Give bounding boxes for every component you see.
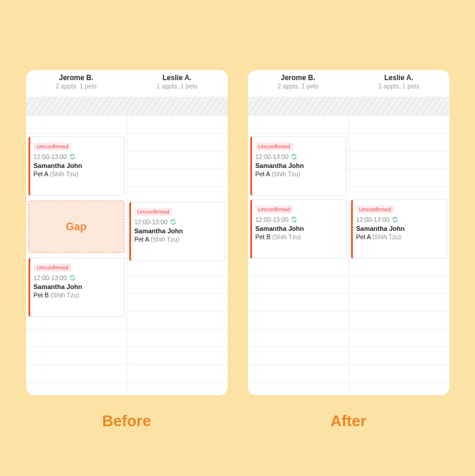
staff-name: Jerome B. bbox=[248, 74, 349, 82]
staff-subtext: 1 appts, 1 pets bbox=[127, 82, 228, 90]
status-badge: Unconfirmed bbox=[34, 142, 72, 151]
status-badge: Unconfirmed bbox=[135, 208, 173, 216]
staff-subtext: 2 appts, 1 pets bbox=[248, 82, 349, 90]
column-headers: Jerome B. 2 appts, 1 pets Leslie A. 1 ap… bbox=[26, 70, 228, 97]
gap-indicator: Gap bbox=[28, 201, 125, 253]
column-header-jerome: Jerome B. 2 appts, 1 pets bbox=[248, 70, 349, 97]
pet-breed: (Shih Tzu) bbox=[272, 233, 301, 240]
pet-breed: (Shih Tzu) bbox=[50, 291, 79, 299]
appointment-time: 12:00-13:00 bbox=[34, 274, 67, 281]
appointment-time: 12:00-13:00 bbox=[135, 218, 168, 226]
column-headers: Jerome B. 2 appts, 1 pets Leslie A. 1 ap… bbox=[248, 70, 450, 97]
panel-before: Jerome B. 2 appts, 1 pets Leslie A. 1 ap… bbox=[26, 70, 228, 395]
customer-name: Samantha John bbox=[135, 227, 221, 234]
recurring-icon bbox=[170, 219, 176, 225]
appointment-card[interactable]: Unconfirmed 12:00-13:00 Samantha John Pe… bbox=[351, 199, 447, 259]
panel-after: Jerome B. 2 appts, 1 pets Leslie A. 1 ap… bbox=[248, 70, 450, 395]
customer-name: Samantha John bbox=[356, 225, 443, 232]
comparison-labels: Before After bbox=[0, 412, 475, 430]
appointment-time: 12:00-13:00 bbox=[256, 153, 289, 160]
pet-row: Pet A (Shih Tzu) bbox=[135, 236, 221, 243]
column-header-leslie: Leslie A. 1 appts, 1 pets bbox=[127, 70, 228, 97]
appointment-card[interactable]: Unconfirmed 12:00-13:00 Samantha John Pe… bbox=[28, 258, 125, 317]
column-separator bbox=[349, 115, 349, 395]
pet-name: Pet A bbox=[356, 233, 371, 240]
recurring-icon bbox=[69, 275, 75, 281]
pet-name: Pet A bbox=[34, 170, 49, 177]
customer-name: Samantha John bbox=[256, 162, 342, 169]
staff-subtext: 1 appts, 1 pets bbox=[349, 82, 450, 90]
label-before: Before bbox=[26, 412, 228, 430]
customer-name: Samantha John bbox=[256, 225, 342, 232]
staff-subtext: 2 appts, 1 pets bbox=[26, 82, 127, 90]
pet-row: Pet B (Shih Tzu) bbox=[34, 291, 120, 299]
appointment-time: 12:00-13:00 bbox=[256, 216, 289, 223]
pet-breed: (Shih Tzu) bbox=[50, 170, 78, 177]
recurring-icon bbox=[69, 154, 75, 160]
column-header-jerome: Jerome B. 2 appts, 1 pets bbox=[26, 70, 127, 97]
pet-breed: (Shih Tzu) bbox=[372, 233, 401, 240]
pet-name: Pet A bbox=[256, 170, 270, 177]
status-badge: Unconfirmed bbox=[256, 205, 294, 214]
column-header-leslie: Leslie A. 1 appts, 1 pets bbox=[349, 70, 450, 97]
appointment-card[interactable]: Unconfirmed 12:00-13:00 Samantha John Pe… bbox=[28, 137, 125, 196]
time-grid[interactable]: Unconfirmed 12:00-13:00 Samantha John Pe… bbox=[248, 115, 450, 395]
pet-row: Pet B (Shih Tzu) bbox=[256, 233, 342, 240]
time-grid[interactable]: Unconfirmed 12:00-13:00 Samantha John Pe… bbox=[26, 115, 228, 395]
status-badge: Unconfirmed bbox=[34, 264, 72, 272]
status-badge: Unconfirmed bbox=[356, 205, 394, 214]
staff-name: Leslie A. bbox=[127, 74, 228, 82]
pet-row: Pet A (Shih Tzu) bbox=[356, 233, 443, 240]
label-after: After bbox=[248, 412, 450, 430]
appointment-card[interactable]: Unconfirmed 12:00-13:00 Samantha John Pe… bbox=[129, 202, 225, 261]
pet-row: Pet A (Shih Tzu) bbox=[256, 170, 342, 177]
pet-breed: (Shih Tzu) bbox=[151, 236, 179, 243]
recurring-icon bbox=[291, 154, 297, 160]
pet-name: Pet B bbox=[34, 291, 49, 299]
status-badge: Unconfirmed bbox=[256, 142, 294, 151]
column-separator bbox=[127, 115, 127, 395]
staff-name: Jerome B. bbox=[26, 74, 127, 82]
recurring-icon bbox=[392, 217, 398, 223]
appointment-card[interactable]: Unconfirmed 12:00-13:00 Samantha John Pe… bbox=[250, 199, 346, 259]
recurring-icon bbox=[291, 217, 297, 223]
pet-name: Pet B bbox=[256, 233, 271, 240]
appointment-card[interactable]: Unconfirmed 12:00-13:00 Samantha John Pe… bbox=[250, 137, 346, 196]
pet-row: Pet A (Shih Tzu) bbox=[34, 170, 120, 177]
gap-label: Gap bbox=[66, 221, 87, 233]
pet-breed: (Shih Tzu) bbox=[272, 170, 300, 177]
customer-name: Samantha John bbox=[34, 283, 120, 290]
appointment-time: 12:00-13:00 bbox=[356, 216, 390, 223]
staff-name: Leslie A. bbox=[349, 74, 450, 82]
pet-name: Pet A bbox=[135, 236, 149, 243]
customer-name: Samantha John bbox=[34, 162, 120, 169]
unavailable-band bbox=[248, 97, 450, 115]
unavailable-band bbox=[26, 97, 228, 115]
appointment-time: 12:00-13:00 bbox=[34, 153, 67, 160]
